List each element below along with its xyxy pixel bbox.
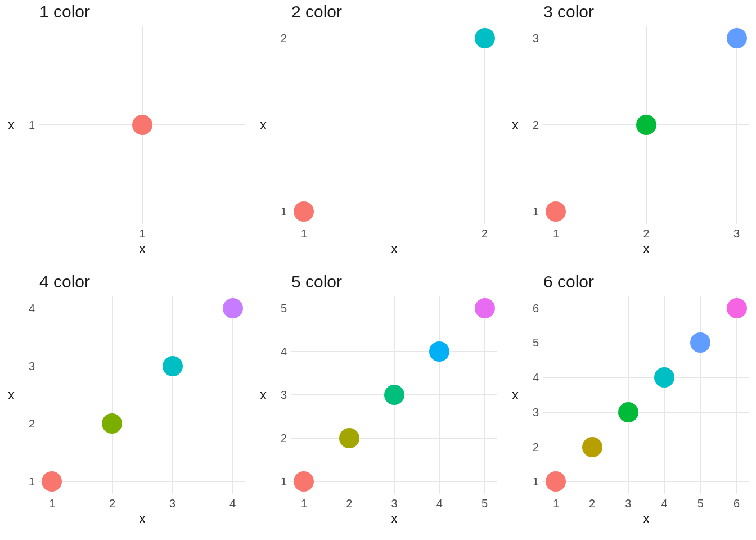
data-point	[132, 115, 152, 135]
gridline-horizontal	[543, 447, 749, 448]
gridline-vertical	[556, 296, 557, 494]
data-point	[384, 385, 404, 405]
y-tick-label: 4	[281, 345, 287, 358]
y-tick-label: 3	[533, 32, 539, 44]
y-tick-label: 1	[281, 475, 287, 488]
y-tick-label: 1	[281, 205, 287, 218]
x-tick-label: 1	[553, 227, 559, 240]
y-tick-label: 3	[533, 406, 539, 418]
gridline-horizontal	[291, 212, 497, 213]
gridline-horizontal	[543, 38, 749, 39]
data-point	[727, 298, 747, 318]
gridline-vertical	[664, 296, 665, 494]
gridline-vertical	[112, 296, 113, 494]
y-tick-label: 1	[29, 475, 35, 488]
plot-area: xx11	[39, 26, 245, 224]
data-point	[636, 115, 656, 135]
plot-area: xx1212	[291, 26, 497, 224]
data-point	[475, 298, 495, 318]
gridline-horizontal	[39, 308, 245, 309]
y-axis-label: x	[8, 117, 15, 133]
gridline-vertical	[592, 296, 593, 494]
gridline-horizontal	[291, 351, 497, 352]
x-axis-label: x	[139, 241, 146, 256]
x-tick-label: 2	[346, 497, 352, 510]
data-point	[727, 28, 747, 48]
chart-title: 6 color	[543, 272, 594, 291]
y-axis-label: x	[260, 117, 267, 133]
x-tick-label: 1	[139, 227, 145, 240]
data-point	[582, 437, 602, 457]
y-tick-label: 2	[29, 417, 35, 430]
gridline-horizontal	[291, 38, 497, 39]
x-tick-label: 3	[734, 227, 740, 240]
chart-panel-5: 5 colorxx1234512345	[252, 270, 504, 540]
chart-panel-3: 3 colorxx123123	[504, 0, 756, 270]
y-axis-label: x	[8, 387, 15, 403]
gridline-horizontal	[291, 482, 497, 483]
data-point	[223, 298, 243, 318]
x-tick-label: 3	[169, 497, 176, 510]
gridline-horizontal	[543, 343, 749, 344]
x-tick-label: 4	[662, 497, 668, 510]
y-axis-label: x	[512, 387, 519, 403]
plot-area: xx123123	[543, 26, 749, 224]
y-tick-label: 2	[281, 32, 287, 44]
chart-panel-6: 6 colorxx123456123456	[504, 270, 756, 540]
x-tick-label: 6	[734, 497, 740, 510]
x-tick-label: 5	[698, 497, 704, 510]
gridline-vertical	[172, 296, 173, 494]
y-tick-label: 1	[533, 475, 539, 488]
data-point	[294, 471, 314, 492]
gridline-horizontal	[543, 308, 749, 309]
gridline-horizontal	[543, 377, 749, 378]
gridline-horizontal	[39, 482, 245, 483]
x-tick-label: 4	[436, 497, 443, 510]
gridline-vertical	[304, 26, 305, 224]
gridline-horizontal	[39, 424, 245, 425]
gridline-vertical	[628, 296, 629, 494]
x-tick-label: 4	[230, 497, 236, 510]
x-tick-label: 1	[301, 227, 307, 240]
y-tick-label: 6	[533, 302, 539, 314]
chart-panel-2: 2 colorxx1212	[252, 0, 504, 270]
x-tick-label: 3	[391, 497, 397, 510]
y-tick-label: 3	[281, 389, 287, 402]
data-point	[690, 332, 710, 353]
plot-area: xx1234512345	[291, 296, 497, 494]
y-tick-label: 2	[533, 440, 539, 453]
gridline-vertical	[736, 296, 737, 494]
gridline-horizontal	[543, 412, 749, 413]
y-tick-label: 2	[533, 119, 539, 132]
y-tick-label: 3	[29, 359, 35, 372]
data-point	[429, 341, 449, 362]
x-tick-label: 2	[482, 227, 488, 240]
x-axis-label: x	[643, 511, 650, 526]
y-axis-label: x	[512, 117, 519, 133]
y-tick-label: 4	[533, 371, 539, 384]
data-point	[294, 201, 314, 222]
gridline-horizontal	[291, 308, 497, 309]
x-axis-label: x	[391, 511, 398, 526]
chart-title: 5 color	[291, 272, 342, 291]
y-tick-label: 5	[533, 336, 539, 349]
data-point	[546, 471, 566, 492]
plot-area: xx123456123456	[543, 296, 749, 494]
gridline-vertical	[700, 296, 701, 494]
gridline-vertical	[232, 296, 233, 494]
data-point	[163, 356, 183, 376]
x-tick-label: 1	[301, 497, 307, 510]
chart-title: 4 color	[39, 272, 90, 291]
x-tick-label: 5	[482, 497, 488, 510]
x-axis-label: x	[139, 511, 146, 526]
x-tick-label: 2	[109, 497, 115, 510]
y-tick-label: 1	[533, 205, 539, 218]
gridline-vertical	[52, 296, 53, 494]
data-point	[102, 413, 122, 434]
gridline-horizontal	[291, 438, 497, 439]
chart-panel-4: 4 colorxx12341234	[0, 270, 252, 540]
x-axis-label: x	[643, 241, 650, 256]
x-tick-label: 2	[643, 227, 649, 240]
gridline-horizontal	[543, 482, 749, 483]
y-tick-label: 1	[29, 119, 35, 132]
